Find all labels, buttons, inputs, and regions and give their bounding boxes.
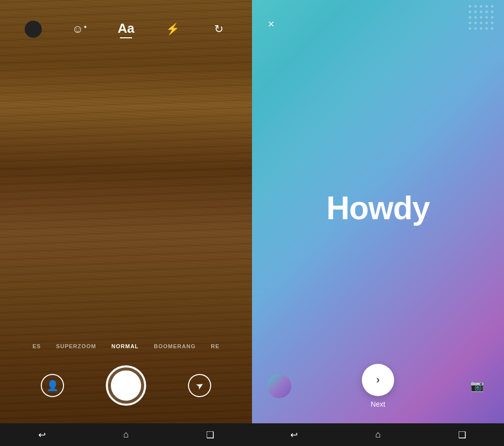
- home-icon-right: ⌂: [375, 429, 381, 440]
- gradient-story-button[interactable]: [267, 374, 291, 398]
- flip-camera-button[interactable]: ↻: [210, 20, 228, 38]
- next-button-container: › Next: [362, 364, 394, 408]
- howdy-top-bar: ×: [252, 15, 504, 33]
- shutter-inner-circle: [111, 370, 141, 401]
- camera-icon: 📷: [470, 379, 484, 393]
- recents-button-left[interactable]: ❑: [200, 425, 220, 445]
- face-effects-button[interactable]: ☺✦: [71, 20, 89, 38]
- navigation-bar: ↩ ⌂ ❑ ↩ ⌂ ❑: [0, 423, 504, 446]
- next-label: Next: [371, 400, 386, 408]
- back-button-right[interactable]: ↩: [284, 425, 304, 445]
- left-nav: ↩ ⌂ ❑: [0, 423, 252, 446]
- mode-es[interactable]: ES: [32, 343, 41, 349]
- close-button[interactable]: ×: [262, 15, 280, 33]
- howdy-screen: × Howdy › Next 📷: [252, 0, 504, 423]
- flash-button[interactable]: ⚡: [163, 20, 181, 38]
- back-icon-left: ↩: [38, 429, 46, 440]
- camera-mode-bar: ES SUPERZOOM NORMAL BOOMERANG RE: [0, 337, 252, 355]
- back-button-left[interactable]: ↩: [32, 425, 52, 445]
- home-button-right[interactable]: ⌂: [368, 425, 388, 445]
- howdy-bottom-controls: › Next 📷: [252, 364, 504, 408]
- next-button[interactable]: ›: [362, 364, 394, 396]
- profile-button[interactable]: 👤: [41, 374, 64, 397]
- face-sparkle-icon: ☺✦: [72, 23, 87, 36]
- text-underline: [120, 37, 132, 38]
- howdy-title: Howdy: [327, 189, 430, 227]
- recents-button-right[interactable]: ❑: [452, 425, 472, 445]
- camera-bottom-controls: ES SUPERZOOM NORMAL BOOMERANG RE 👤 ➤: [0, 337, 252, 423]
- right-nav: ↩ ⌂ ❑: [252, 423, 504, 446]
- home-icon-left: ⌂: [123, 429, 129, 440]
- recents-icon-right: ❑: [458, 429, 466, 440]
- mode-re[interactable]: RE: [211, 343, 219, 349]
- camera-top-bar: ☺✦ Aa ⚡ ↻: [0, 0, 252, 43]
- back-icon-right: ↩: [290, 429, 298, 440]
- camera-button[interactable]: 📷: [465, 374, 489, 398]
- chevron-right-icon: ›: [376, 373, 380, 387]
- home-button-left[interactable]: ⌂: [116, 425, 136, 445]
- color-picker-button[interactable]: [24, 20, 42, 38]
- text-icon: Aa: [117, 21, 134, 38]
- mode-boomerang[interactable]: BOOMERANG: [154, 343, 196, 349]
- shutter-button[interactable]: [106, 365, 146, 406]
- send-icon: ➤: [194, 379, 206, 393]
- mode-superzoom[interactable]: SUPERZOOM: [56, 343, 96, 349]
- recents-icon-left: ❑: [206, 429, 214, 440]
- send-button[interactable]: ➤: [183, 370, 215, 402]
- bolt-icon: ⚡: [166, 23, 179, 36]
- text-button[interactable]: Aa: [117, 20, 135, 38]
- close-icon: ×: [268, 18, 275, 31]
- mode-normal[interactable]: NORMAL: [111, 343, 139, 349]
- camera-screen: ☺✦ Aa ⚡ ↻ ES SUPERZOOM NORMAL BOOMERANG: [0, 0, 252, 423]
- camera-controls-row: 👤 ➤: [0, 355, 252, 423]
- black-circle-icon: [25, 21, 42, 38]
- refresh-icon: ↻: [214, 23, 223, 36]
- profile-icon: 👤: [46, 379, 59, 392]
